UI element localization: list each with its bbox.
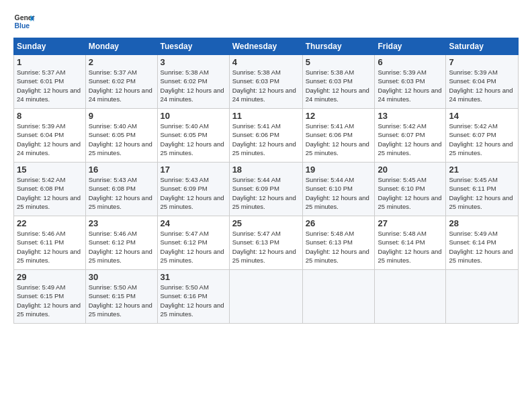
day-number: 6 <box>378 57 443 67</box>
day-info: Sunrise: 5:40 AM Sunset: 6:05 PM Dayligh… <box>89 122 154 157</box>
calendar-cell: 8 Sunrise: 5:39 AM Sunset: 6:04 PM Dayli… <box>14 109 86 163</box>
day-info: Sunrise: 5:39 AM Sunset: 6:04 PM Dayligh… <box>449 68 515 103</box>
day-header-wednesday: Wednesday <box>229 38 302 55</box>
day-number: 21 <box>449 165 515 175</box>
day-number: 31 <box>161 272 226 282</box>
header-row: SundayMondayTuesdayWednesdayThursdayFrid… <box>14 38 519 55</box>
day-info: Sunrise: 5:41 AM Sunset: 6:06 PM Dayligh… <box>232 122 300 157</box>
day-info: Sunrise: 5:42 AM Sunset: 6:07 PM Dayligh… <box>449 122 515 157</box>
calendar-cell: 25 Sunrise: 5:47 AM Sunset: 6:13 PM Dayl… <box>229 216 302 270</box>
day-info: Sunrise: 5:46 AM Sunset: 6:12 PM Dayligh… <box>89 229 154 265</box>
day-info: Sunrise: 5:48 AM Sunset: 6:13 PM Dayligh… <box>306 229 372 265</box>
page: General Blue SundayMondayTuesdayWednesda… <box>0 0 532 330</box>
day-info: Sunrise: 5:39 AM Sunset: 6:04 PM Dayligh… <box>17 122 83 157</box>
day-header-sunday: Sunday <box>14 38 86 55</box>
day-info: Sunrise: 5:41 AM Sunset: 6:06 PM Dayligh… <box>306 122 372 157</box>
week-row-3: 15 Sunrise: 5:42 AM Sunset: 6:08 PM Dayl… <box>14 163 519 216</box>
day-number: 28 <box>449 218 515 228</box>
day-info: Sunrise: 5:37 AM Sunset: 6:01 PM Dayligh… <box>17 68 83 103</box>
day-header-saturday: Saturday <box>446 38 519 55</box>
day-number: 29 <box>17 272 83 282</box>
day-header-thursday: Thursday <box>302 38 375 55</box>
day-info: Sunrise: 5:40 AM Sunset: 6:05 PM Dayligh… <box>161 122 226 157</box>
day-number: 16 <box>89 165 154 175</box>
day-info: Sunrise: 5:38 AM Sunset: 6:03 PM Dayligh… <box>306 68 372 103</box>
day-header-monday: Monday <box>85 38 157 55</box>
day-info: Sunrise: 5:46 AM Sunset: 6:11 PM Dayligh… <box>17 229 83 265</box>
calendar-cell: 18 Sunrise: 5:44 AM Sunset: 6:09 PM Dayl… <box>229 163 302 216</box>
day-number: 5 <box>306 57 372 67</box>
day-info: Sunrise: 5:45 AM Sunset: 6:11 PM Dayligh… <box>449 175 515 211</box>
calendar-cell: 30 Sunrise: 5:50 AM Sunset: 6:15 PM Dayl… <box>85 270 157 324</box>
day-number: 13 <box>378 111 443 121</box>
calendar-cell: 27 Sunrise: 5:48 AM Sunset: 6:14 PM Dayl… <box>375 216 446 270</box>
day-number: 17 <box>161 165 226 175</box>
day-info: Sunrise: 5:37 AM Sunset: 6:02 PM Dayligh… <box>89 68 154 103</box>
calendar-cell: 14 Sunrise: 5:42 AM Sunset: 6:07 PM Dayl… <box>446 109 519 163</box>
calendar-cell <box>229 270 302 324</box>
calendar-cell <box>302 270 375 324</box>
week-row-5: 29 Sunrise: 5:49 AM Sunset: 6:15 PM Dayl… <box>14 270 519 324</box>
day-number: 3 <box>161 57 226 67</box>
calendar-cell: 7 Sunrise: 5:39 AM Sunset: 6:04 PM Dayli… <box>446 55 519 109</box>
calendar-cell: 16 Sunrise: 5:43 AM Sunset: 6:08 PM Dayl… <box>85 163 157 216</box>
calendar-cell <box>375 270 446 324</box>
day-info: Sunrise: 5:48 AM Sunset: 6:14 PM Dayligh… <box>378 229 443 265</box>
day-info: Sunrise: 5:45 AM Sunset: 6:10 PM Dayligh… <box>378 175 443 211</box>
header: General Blue <box>13 11 519 32</box>
svg-text:Blue: Blue <box>15 22 30 30</box>
calendar-cell: 23 Sunrise: 5:46 AM Sunset: 6:12 PM Dayl… <box>85 216 157 270</box>
calendar-cell: 13 Sunrise: 5:42 AM Sunset: 6:07 PM Dayl… <box>375 109 446 163</box>
calendar-cell: 31 Sunrise: 5:50 AM Sunset: 6:16 PM Dayl… <box>157 270 229 324</box>
calendar-cell: 17 Sunrise: 5:43 AM Sunset: 6:09 PM Dayl… <box>157 163 229 216</box>
calendar-cell: 15 Sunrise: 5:42 AM Sunset: 6:08 PM Dayl… <box>14 163 86 216</box>
day-info: Sunrise: 5:43 AM Sunset: 6:09 PM Dayligh… <box>161 175 226 211</box>
day-number: 1 <box>17 57 83 67</box>
day-number: 23 <box>89 218 154 228</box>
week-row-2: 8 Sunrise: 5:39 AM Sunset: 6:04 PM Dayli… <box>14 109 519 163</box>
calendar-cell: 29 Sunrise: 5:49 AM Sunset: 6:15 PM Dayl… <box>14 270 86 324</box>
calendar-cell: 3 Sunrise: 5:38 AM Sunset: 6:02 PM Dayli… <box>157 55 229 109</box>
day-number: 7 <box>449 57 515 67</box>
day-info: Sunrise: 5:47 AM Sunset: 6:13 PM Dayligh… <box>232 229 300 265</box>
day-info: Sunrise: 5:44 AM Sunset: 6:10 PM Dayligh… <box>306 175 372 211</box>
day-info: Sunrise: 5:38 AM Sunset: 6:03 PM Dayligh… <box>232 68 300 103</box>
day-number: 19 <box>306 165 372 175</box>
day-number: 24 <box>161 218 226 228</box>
calendar-cell: 19 Sunrise: 5:44 AM Sunset: 6:10 PM Dayl… <box>302 163 375 216</box>
week-row-4: 22 Sunrise: 5:46 AM Sunset: 6:11 PM Dayl… <box>14 216 519 270</box>
day-number: 26 <box>306 218 372 228</box>
day-info: Sunrise: 5:38 AM Sunset: 6:02 PM Dayligh… <box>161 68 226 103</box>
day-info: Sunrise: 5:43 AM Sunset: 6:08 PM Dayligh… <box>89 175 154 211</box>
calendar-cell: 4 Sunrise: 5:38 AM Sunset: 6:03 PM Dayli… <box>229 55 302 109</box>
calendar-cell: 21 Sunrise: 5:45 AM Sunset: 6:11 PM Dayl… <box>446 163 519 216</box>
day-info: Sunrise: 5:39 AM Sunset: 6:03 PM Dayligh… <box>378 68 443 103</box>
day-info: Sunrise: 5:50 AM Sunset: 6:16 PM Dayligh… <box>161 283 226 318</box>
calendar-cell: 2 Sunrise: 5:37 AM Sunset: 6:02 PM Dayli… <box>85 55 157 109</box>
calendar-cell: 11 Sunrise: 5:41 AM Sunset: 6:06 PM Dayl… <box>229 109 302 163</box>
calendar-table: SundayMondayTuesdayWednesdayThursdayFrid… <box>13 38 519 324</box>
day-info: Sunrise: 5:44 AM Sunset: 6:09 PM Dayligh… <box>232 175 300 211</box>
calendar-cell: 22 Sunrise: 5:46 AM Sunset: 6:11 PM Dayl… <box>14 216 86 270</box>
day-info: Sunrise: 5:49 AM Sunset: 6:14 PM Dayligh… <box>449 229 515 265</box>
calendar-cell: 26 Sunrise: 5:48 AM Sunset: 6:13 PM Dayl… <box>302 216 375 270</box>
day-number: 4 <box>232 57 300 67</box>
calendar-cell: 6 Sunrise: 5:39 AM Sunset: 6:03 PM Dayli… <box>375 55 446 109</box>
calendar-cell: 5 Sunrise: 5:38 AM Sunset: 6:03 PM Dayli… <box>302 55 375 109</box>
calendar-cell: 1 Sunrise: 5:37 AM Sunset: 6:01 PM Dayli… <box>14 55 86 109</box>
day-info: Sunrise: 5:47 AM Sunset: 6:12 PM Dayligh… <box>161 229 226 265</box>
day-info: Sunrise: 5:42 AM Sunset: 6:07 PM Dayligh… <box>378 122 443 157</box>
day-number: 2 <box>89 57 154 67</box>
day-number: 11 <box>232 111 300 121</box>
day-info: Sunrise: 5:42 AM Sunset: 6:08 PM Dayligh… <box>17 175 83 211</box>
calendar-cell: 20 Sunrise: 5:45 AM Sunset: 6:10 PM Dayl… <box>375 163 446 216</box>
calendar-cell: 10 Sunrise: 5:40 AM Sunset: 6:05 PM Dayl… <box>157 109 229 163</box>
day-number: 18 <box>232 165 300 175</box>
week-row-1: 1 Sunrise: 5:37 AM Sunset: 6:01 PM Dayli… <box>14 55 519 109</box>
day-number: 27 <box>378 218 443 228</box>
day-number: 14 <box>449 111 515 121</box>
day-number: 10 <box>161 111 226 121</box>
day-number: 8 <box>17 111 83 121</box>
day-header-friday: Friday <box>375 38 446 55</box>
day-number: 9 <box>89 111 154 121</box>
